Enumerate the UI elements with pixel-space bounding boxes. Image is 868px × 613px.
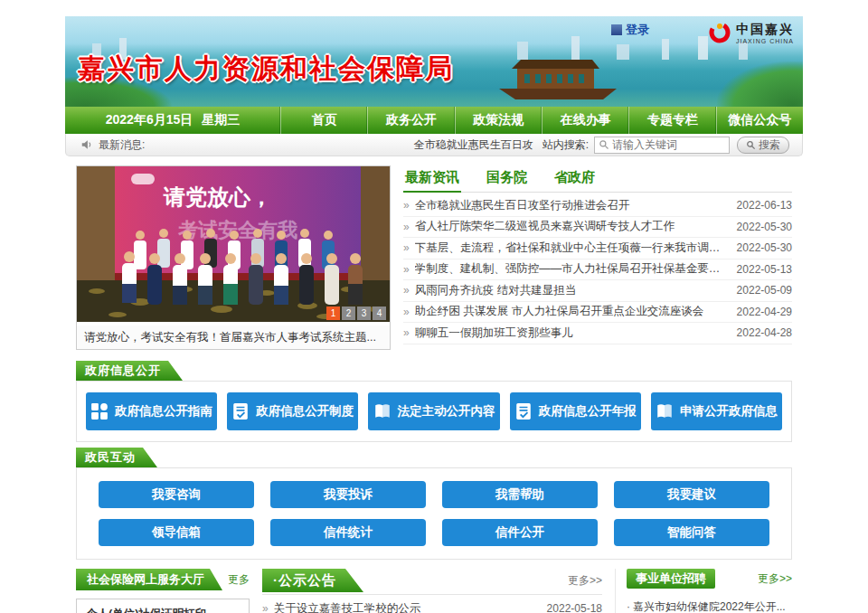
tab-state-council[interactable]: 国务院 <box>485 165 529 192</box>
announcement-row[interactable]: » 关于设立嘉善技工学校的公示 2022-05-18 <box>262 599 602 613</box>
announcement-title: 关于设立嘉善技工学校的公示 <box>274 601 538 613</box>
info-disclosure-title: 政府信息公开 <box>76 361 183 381</box>
news-arrow-icon: » <box>403 199 410 212</box>
news-row[interactable]: » 全市稳就业惠民生百日攻坚行动推进会召开 2022-06-13 <box>403 195 792 217</box>
news-date: 2022-06-13 <box>737 199 792 212</box>
nav-item-special-columns[interactable]: 专题专栏 <box>628 107 715 134</box>
search-button-label: 搜索 <box>759 137 780 153</box>
carousel-page-4[interactable]: 4 <box>373 306 386 320</box>
smart-qa-button[interactable]: 智能问答 <box>614 519 769 546</box>
carousel-page-3[interactable]: 3 <box>357 306 371 320</box>
news-arrow-icon: » <box>403 221 410 233</box>
login-icon <box>611 24 622 35</box>
search-button-icon <box>746 140 756 150</box>
nav-date-block: 2022年6月15日 星期三 <box>65 107 280 134</box>
carousel-page-1[interactable]: 1 <box>326 306 340 320</box>
info-statutory-label: 法定主动公开内容 <box>398 403 495 420</box>
login-link[interactable]: 登录 <box>611 22 649 38</box>
bullet-icon: · <box>627 600 630 613</box>
site-search-label: 站内搜索: <box>542 137 589 153</box>
site-title: 嘉兴市人力资源和社会保障局 <box>78 51 454 88</box>
red-boat-illustration <box>490 52 626 102</box>
nav-item-online-services[interactable]: 在线办事 <box>542 107 628 134</box>
news-arrow-icon: » <box>403 241 410 254</box>
news-date: 2022-04-28 <box>737 326 792 339</box>
social-insurance-more-link[interactable]: 更多 <box>228 572 250 588</box>
news-title: 下基层、走流程，省社保和就业中心主任项薇一行来我市调研“国统”上线情况 <box>415 240 728 256</box>
photo-carousel[interactable]: 请党放心， 考试安全有我 <box>76 165 391 350</box>
ticker-scrolling-text[interactable]: 全市稳就业惠民生百日攻 <box>414 137 533 153</box>
recruitment-column: 事业单位招聘 更多>> ·嘉兴市妇幼保健院2022年公开... ·2022年嘉兴… <box>615 569 792 613</box>
jiaxing-logo[interactable]: 中国嘉兴 JIAXING CHINA <box>708 21 794 44</box>
interaction-title: 政民互动 <box>76 448 157 467</box>
news-date: 2022-05-30 <box>737 241 792 254</box>
announcements-more-link[interactable]: 更多>> <box>568 573 602 589</box>
news-title: 全市稳就业惠民生百日攻坚行动推进会召开 <box>415 198 728 213</box>
info-system-label: 政府信息公开制度 <box>256 403 354 420</box>
news-arrow-icon: » <box>403 284 410 297</box>
consult-button[interactable]: 我要咨询 <box>99 481 254 508</box>
news-panel: 最新资讯 国务院 省政府 » 全市稳就业惠民生百日攻坚行动推进会召开 2022-… <box>403 165 792 350</box>
info-disclosure-section: 政府信息公开 政府信息公开指南 政府信息公开制度 <box>76 361 792 442</box>
news-title: 学制度、建机制、强防控——市人力社保局召开社保基金要情专题学习会 <box>415 261 728 277</box>
news-title: 聊聊五一假期加班工资那些事儿 <box>415 325 728 341</box>
carousel-caption[interactable]: 请党放心，考试安全有我！首届嘉兴市人事考试系统主题... <box>77 325 390 349</box>
news-row[interactable]: » 风雨同舟齐抗疫 结对共建显担当 2022-05-09 <box>403 280 792 302</box>
recruitment-item[interactable]: ·嘉兴市妇幼保健院2022年公开... <box>627 596 792 613</box>
news-row[interactable]: » 省人社厅陈荣华二级巡视员来嘉兴调研专技人才工作 2022-05-30 <box>403 217 792 239</box>
info-apply-button[interactable]: 申请公开政府信息 <box>651 392 782 430</box>
news-title: 省人社厅陈荣华二级巡视员来嘉兴调研专技人才工作 <box>415 219 728 234</box>
doc-check-icon <box>514 402 533 420</box>
page-container: 嘉兴市人力资源和社会保障局 登录 中国嘉兴 JIAXING CHINA 2022… <box>65 0 803 613</box>
search-input[interactable] <box>612 138 716 151</box>
nav-item-policies[interactable]: 政策法规 <box>455 107 542 134</box>
help-button[interactable]: 我需帮助 <box>442 481 598 508</box>
search-button[interactable]: 搜索 <box>737 137 789 154</box>
leader-mailbox-button[interactable]: 领导信箱 <box>99 519 254 546</box>
social-insurance-print-item[interactable]: 个人(单位)社保证明打印 <box>76 599 250 613</box>
info-guide-button[interactable]: 政府信息公开指南 <box>86 392 217 430</box>
tab-provincial-gov[interactable]: 省政府 <box>552 165 597 192</box>
recruitment-more-link[interactable]: 更多>> <box>758 571 792 587</box>
suggestion-button[interactable]: 我要建议 <box>614 481 769 508</box>
jiaxing-logo-text: 中国嘉兴 JIAXING CHINA <box>736 22 794 44</box>
news-row[interactable]: » 聊聊五一假期加班工资那些事儿 2022-04-28 <box>403 323 792 344</box>
search-icon <box>599 139 609 150</box>
social-insurance-column: 社会保险网上服务大厅 更多 个人(单位)社保证明打印 办事指南 <box>76 569 250 613</box>
announcements-header: ·公示公告 更多>> <box>262 569 602 595</box>
news-date: 2022-05-30 <box>737 221 792 233</box>
site-banner: 嘉兴市人力资源和社会保障局 登录 中国嘉兴 JIAXING CHINA <box>65 16 803 107</box>
news-row[interactable]: » 下基层、走流程，省社保和就业中心主任项薇一行来我市调研“国统”上线情况 20… <box>403 238 792 259</box>
info-system-button[interactable]: 政府信息公开制度 <box>227 392 358 430</box>
info-statutory-button[interactable]: 法定主动公开内容 <box>368 392 499 430</box>
news-tabs: 最新资讯 国务院 省政府 <box>403 165 792 193</box>
carousel-pagination: 1 2 3 4 <box>326 306 386 320</box>
logo-title: 中国嘉兴 <box>736 22 794 38</box>
news-row[interactable]: » 助企纾困 共谋发展 市人力社保局召开重点企业交流座谈会 2022-04-29 <box>403 302 792 324</box>
book-icon <box>656 402 674 420</box>
news-row[interactable]: » 学制度、建机制、强防控——市人力社保局召开社保基金要情专题学习会 2022-… <box>403 259 792 281</box>
letter-statistics-button[interactable]: 信件统计 <box>270 519 426 546</box>
login-label: 登录 <box>626 22 649 38</box>
news-title: 风雨同舟齐抗疫 结对共建显担当 <box>415 283 728 298</box>
main-content-row: 请党放心， 考试安全有我 <box>65 156 803 355</box>
news-list: » 全市稳就业惠民生百日攻坚行动推进会召开 2022-06-13 » 省人社厅陈… <box>403 195 792 344</box>
nav-item-wechat[interactable]: 微信公众号 <box>716 107 803 134</box>
info-annual-report-button[interactable]: 政府信息公开年报 <box>510 392 641 430</box>
news-date: 2022-04-29 <box>737 306 792 318</box>
announcements-list: » 关于设立嘉善技工学校的公示 2022-05-18 » 关于公布嘉兴市人力资源… <box>262 599 602 613</box>
letter-disclosure-button[interactable]: 信件公开 <box>442 519 598 546</box>
nav-item-gov-affairs[interactable]: 政务公开 <box>367 107 454 134</box>
carousel-page-2[interactable]: 2 <box>342 306 355 320</box>
news-arrow-icon: » <box>403 306 410 318</box>
info-apply-label: 申请公开政府信息 <box>680 403 778 420</box>
tab-latest-news[interactable]: 最新资讯 <box>403 165 461 192</box>
interaction-section: 政民互动 我要咨询 我要投诉 我需帮助 我要建议 领导信箱 信件统计 信件公开 … <box>76 448 792 560</box>
complaint-button[interactable]: 我要投诉 <box>270 481 426 508</box>
interaction-buttons: 我要咨询 我要投诉 我需帮助 我要建议 领导信箱 信件统计 信件公开 智能问答 <box>76 467 792 560</box>
speaker-icon <box>80 138 93 151</box>
announcement-date: 2022-05-18 <box>547 602 602 613</box>
slide-banner-line1: 请党放心， <box>163 184 272 210</box>
nav-item-home[interactable]: 首页 <box>280 107 367 134</box>
news-arrow-icon: » <box>403 326 410 339</box>
